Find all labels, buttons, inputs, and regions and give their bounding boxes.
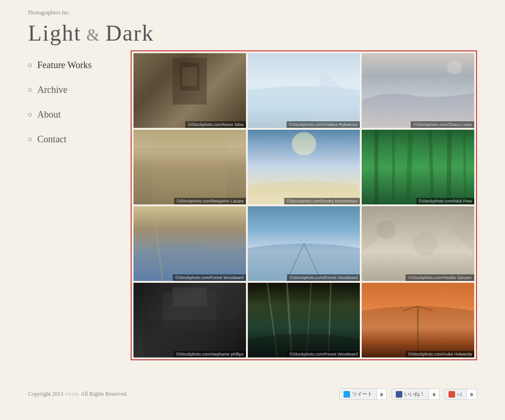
photo-cell-11[interactable]: ©iStockphoto.com/Forest Woodward [248,283,360,357]
facebook-icon [396,391,402,398]
twitter-icon [344,391,350,398]
gplus-label: +1 [445,389,467,399]
gplus-text: +1 [457,392,463,397]
site-title: Light & Dark [28,20,477,46]
content-area: ©iStockphoto.com/Nuno Silva ©iStockphoto… [131,50,477,360]
title-dark: Dark [105,21,154,45]
title-amp: & [81,26,105,44]
footer: Copyright 2013 ○○○○. All Rights Reserved… [0,379,505,409]
main-layout: Feature Works Archive About Contact [0,50,505,360]
twitter-text: ツイート [352,391,372,398]
photo-caption-12: ©iStockphoto.com/Auke Holwerda [406,351,474,357]
photo-cell-9[interactable]: ©iStockphoto.com/Hedda Gjerpen [362,206,474,281]
gplus-icon [449,391,455,398]
photo-cell-3[interactable]: ©iStockphoto.com/Shaun Lowe [362,53,474,128]
facebook-label: いいね！ [392,389,429,399]
svg-point-17 [413,232,437,255]
gplus-button[interactable]: +1 0 [444,389,477,400]
photo-cell-4[interactable]: ©iStockphoto.com/Benjamin Lazare [133,130,246,204]
photo-cell-8[interactable]: ©iStockphoto.com/Forest Woodward [248,206,360,281]
gplus-count: 0 [467,390,477,399]
photo-caption-8: ©iStockphoto.com/Forest Woodward [287,274,360,281]
nav-bullet-feature-works [28,63,32,67]
sidebar-item-feature-works[interactable]: Feature Works [28,60,131,70]
photo-caption-3: ©iStockphoto.com/Shaun Lowe [411,121,474,128]
facebook-count: 0 [429,390,439,399]
sidebar: Feature Works Archive About Contact [28,50,131,360]
photo-cell-2[interactable]: ©iStockphoto.com/Vitalina Rybakova [248,53,360,128]
facebook-button[interactable]: いいね！ 0 [392,388,440,400]
photo-caption-1: ©iStockphoto.com/Nuno Silva [185,121,245,128]
sidebar-label-archive: Archive [37,84,67,95]
svg-line-11 [430,130,433,204]
sidebar-label-about: About [37,109,61,120]
title-light: Light [28,21,81,45]
photo-caption-10: ©iStockphoto.com/stephanie phillips [174,351,246,357]
photo-cell-10[interactable]: ©iStockphoto.com/stephanie phillips [133,283,246,357]
sidebar-item-contact[interactable]: Contact [28,134,131,145]
photo-cell-6[interactable]: ©iStockphoto.com/Nick Free [362,130,474,204]
sidebar-label-feature-works: Feature Works [37,60,91,70]
sidebar-item-archive[interactable]: Archive [28,84,131,95]
sidebar-item-about[interactable]: About [28,109,131,120]
photo-grid: ©iStockphoto.com/Nuno Silva ©iStockphoto… [133,53,474,357]
photo-cell-5[interactable]: ©iStockphoto.com/Dmitry Mordvintsev [248,130,360,204]
svg-line-10 [408,130,411,204]
svg-rect-2 [182,67,197,86]
svg-line-12 [449,130,450,204]
photo-cell-12[interactable]: ©iStockphoto.com/Auke Holwerda [362,283,474,357]
facebook-text: いいね！ [404,391,425,398]
svg-point-16 [377,220,396,239]
svg-point-4 [447,60,462,74]
site-header: Photographers Inc. Light & Dark [0,0,505,50]
social-buttons: ツイート 0 いいね！ 0 +1 0 [339,388,477,400]
nav-bullet-contact [28,138,32,141]
svg-rect-19 [173,287,207,306]
photo-caption-5: ©iStockphoto.com/Dmitry Mordvintsev [284,198,360,204]
photo-caption-11: ©iStockphoto.com/Forest Woodward [287,351,360,357]
footer-copyright: Copyright 2013 ○○○○. All Rights Reserved… [28,391,127,398]
photo-caption-2: ©iStockphoto.com/Vitalina Rybakova [287,121,360,128]
photo-cell-7[interactable]: ©iStockphoto.com/Forest Woodward [133,206,246,281]
photo-caption-4: ©iStockphoto.com/Benjamin Lazare [174,198,245,204]
photo-caption-6: ©iStockphoto.com/Nick Free [416,198,474,204]
photo-cell-1[interactable]: ©iStockphoto.com/Nuno Silva [133,53,246,128]
photo-caption-9: ©iStockphoto.com/Hedda Gjerpen [406,274,474,281]
twitter-button[interactable]: ツイート 0 [339,388,387,400]
twitter-label: ツイート [340,389,377,399]
sidebar-label-contact: Contact [37,134,66,145]
photo-caption-7: ©iStockphoto.com/Forest Woodward [173,274,246,281]
photo-grid-wrapper: ©iStockphoto.com/Nuno Silva ©iStockphoto… [131,50,477,360]
svg-line-13 [464,130,465,204]
site-tagline: Photographers Inc. [28,9,477,16]
svg-rect-6 [153,130,226,204]
svg-point-7 [292,132,316,155]
nav-bullet-archive [28,88,32,92]
copyright-text: Copyright 2013 ○○○○. All Rights Reserved… [28,391,127,397]
nav-bullet-about [28,113,32,117]
twitter-count: 0 [377,390,387,399]
